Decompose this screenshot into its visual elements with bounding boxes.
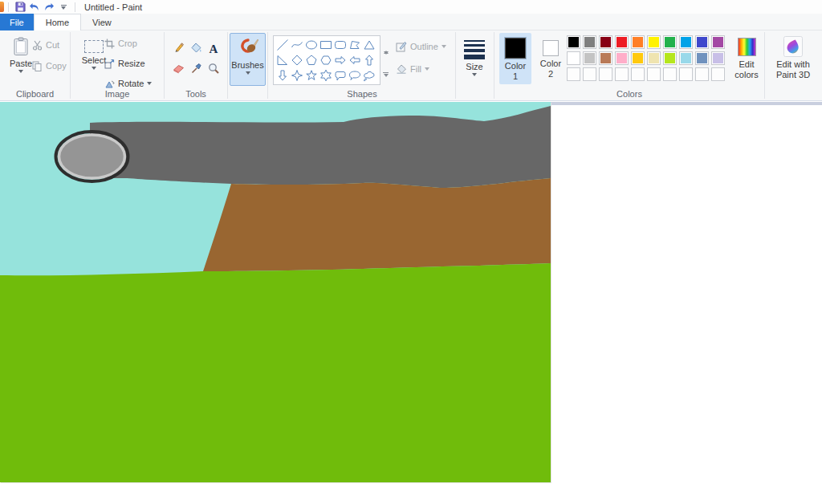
eraser-tool-button[interactable] xyxy=(173,63,185,77)
shape-curve-icon[interactable] xyxy=(290,37,304,52)
palette-swatch-empty[interactable] xyxy=(663,67,677,81)
clipboard-icon xyxy=(12,37,30,56)
palette-swatch-empty[interactable] xyxy=(631,67,645,81)
palette-swatch[interactable] xyxy=(631,51,645,65)
outline-button[interactable]: Outline xyxy=(396,39,446,55)
crop-button[interactable]: Crop xyxy=(104,35,152,51)
drawing-canvas[interactable] xyxy=(0,102,551,482)
brushes-label: Brushes xyxy=(231,60,263,70)
outline-label: Outline xyxy=(410,42,438,51)
paint3d-label: Edit with xyxy=(776,59,810,69)
palette-swatch[interactable] xyxy=(583,51,596,65)
palette-swatch[interactable] xyxy=(695,51,709,65)
ribbon: Paste Cut Copy Clipboard Select xyxy=(0,30,822,101)
resize-button[interactable]: Resize xyxy=(104,55,152,71)
shape-polygon-icon[interactable] xyxy=(348,37,362,52)
copy-button[interactable]: Copy xyxy=(32,58,67,74)
shape-arrow-left-icon[interactable] xyxy=(348,52,362,67)
palette-swatch-empty[interactable] xyxy=(567,67,580,81)
group-label-clipboard: Clipboard xyxy=(0,89,70,99)
color2-swatch xyxy=(543,40,559,56)
shape-rounded-rectangle-icon[interactable] xyxy=(333,37,348,52)
shape-right-triangle-icon[interactable] xyxy=(275,52,290,67)
tab-file[interactable]: File xyxy=(0,14,34,30)
shape-pentagon-icon[interactable] xyxy=(304,52,319,67)
palette-swatch[interactable] xyxy=(711,35,725,49)
window-title: Untitled - Paint xyxy=(84,2,142,12)
shapes-expand-button[interactable] xyxy=(383,72,389,77)
tab-home[interactable]: Home xyxy=(34,14,81,30)
edit-with-paint3d-button[interactable]: Edit withPaint 3D xyxy=(770,33,816,86)
edit-colors-button[interactable]: Editcolors xyxy=(730,34,763,85)
palette-swatch[interactable] xyxy=(679,35,693,49)
palette-swatch[interactable] xyxy=(599,35,612,49)
fill-button[interactable]: Fill xyxy=(396,61,446,77)
palette-swatch-empty[interactable] xyxy=(583,67,596,81)
palette-swatch[interactable] xyxy=(615,35,629,49)
color2-button[interactable]: Color2 xyxy=(535,33,567,84)
size-button[interactable]: Size xyxy=(457,33,492,86)
undo-icon[interactable] xyxy=(28,1,41,13)
shape-callout-oval-icon[interactable] xyxy=(348,67,362,83)
fill-tool-button[interactable] xyxy=(190,42,202,57)
pencil-tool-button[interactable] xyxy=(173,42,185,57)
save-icon[interactable] xyxy=(14,1,26,13)
palette-swatch[interactable] xyxy=(663,51,677,65)
palette-swatch[interactable] xyxy=(679,51,693,65)
customize-quick-access-icon[interactable] xyxy=(57,1,70,13)
palette-swatch-empty[interactable] xyxy=(647,67,661,81)
shape-arrow-right-icon[interactable] xyxy=(333,52,348,67)
group-size: Size xyxy=(455,30,494,100)
palette-swatch[interactable] xyxy=(663,35,677,49)
shape-star-6-icon[interactable] xyxy=(319,67,333,83)
palette-swatch[interactable] xyxy=(583,35,596,49)
outline-caret-icon xyxy=(442,45,446,48)
palette-swatch[interactable] xyxy=(615,51,629,65)
palette-swatch-empty[interactable] xyxy=(599,67,612,81)
color-picker-tool-button[interactable] xyxy=(190,63,202,78)
pencil-icon xyxy=(173,42,185,54)
shapes-scroll-up-button[interactable] xyxy=(384,37,389,51)
color1-button[interactable]: Color1 xyxy=(499,33,531,84)
palette-swatch[interactable] xyxy=(647,51,661,65)
shape-arrow-up-icon[interactable] xyxy=(362,52,376,67)
palette-swatch[interactable] xyxy=(631,35,645,49)
palette-swatch[interactable] xyxy=(599,51,612,65)
tab-view[interactable]: View xyxy=(81,14,123,30)
palette-swatch-empty[interactable] xyxy=(711,67,725,81)
shape-arrow-down-icon[interactable] xyxy=(275,67,290,83)
palette-swatch[interactable] xyxy=(567,51,580,65)
size-caret-icon xyxy=(472,73,477,76)
crop-icon xyxy=(104,39,115,49)
palette-swatch-empty[interactable] xyxy=(695,67,709,81)
shape-callout-rounded-icon[interactable] xyxy=(333,67,348,83)
text-tool-button[interactable]: A xyxy=(210,42,218,56)
shape-diamond-icon[interactable] xyxy=(290,52,304,67)
shape-star-4-icon[interactable] xyxy=(290,67,304,83)
shapes-scroll-down-button[interactable] xyxy=(384,55,389,69)
paint3d-icon xyxy=(783,36,803,57)
shape-callout-cloud-icon[interactable] xyxy=(362,67,376,83)
brushes-button[interactable]: Brushes xyxy=(230,33,266,86)
rotate-icon xyxy=(104,79,115,89)
group-label-colors: Colors xyxy=(494,89,764,99)
magnifier-tool-button[interactable] xyxy=(208,63,220,78)
cut-button[interactable]: Cut xyxy=(32,37,67,53)
shape-ellipse-icon[interactable] xyxy=(304,37,319,52)
magnifier-icon xyxy=(208,63,220,75)
scissors-icon xyxy=(32,40,43,51)
palette-swatch[interactable] xyxy=(711,51,725,65)
shape-line-icon[interactable] xyxy=(275,37,290,52)
shape-hexagon-icon[interactable] xyxy=(319,52,333,67)
palette-swatch-empty[interactable] xyxy=(679,67,693,81)
palette-swatch-empty[interactable] xyxy=(615,67,629,81)
palette-swatch[interactable] xyxy=(567,35,580,49)
group-label-tools: Tools xyxy=(165,89,227,99)
palette-swatch[interactable] xyxy=(695,35,709,49)
redo-icon[interactable] xyxy=(43,1,55,13)
shape-rectangle-icon[interactable] xyxy=(319,37,333,52)
palette-swatch[interactable] xyxy=(647,35,661,49)
shape-triangle-icon[interactable] xyxy=(362,37,376,52)
shape-star-5-icon[interactable] xyxy=(304,67,319,83)
ribbon-tabs: File Home View xyxy=(0,14,822,30)
